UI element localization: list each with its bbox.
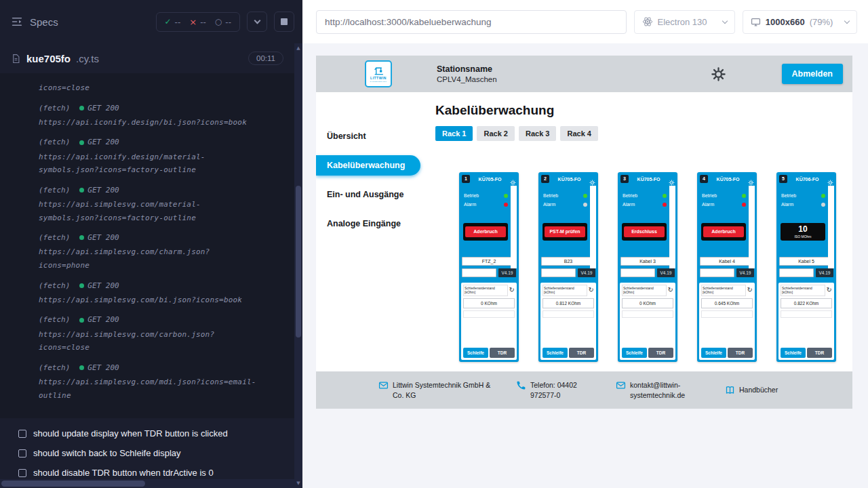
log-entry[interactable]: (fetch)GET 200 https://api.simplesvg.com… xyxy=(39,361,285,402)
alarm-led xyxy=(504,203,508,207)
footer-manuals[interactable]: Handbücher xyxy=(725,385,778,395)
refresh-icon[interactable]: ↻ xyxy=(668,287,673,293)
stop-button[interactable] xyxy=(274,12,294,32)
footer-email[interactable]: kontakt@littwin-systemtechnik.de xyxy=(616,380,710,399)
iso-value: 10 xyxy=(798,225,807,234)
log-url-line: https://api.iconify.design/material- xyxy=(39,150,285,164)
log-url-line: https://api.simplesvg.com/carbon.json? xyxy=(39,328,285,342)
status-box: Aderbruch xyxy=(701,223,746,241)
tdr-button[interactable]: TDR xyxy=(569,348,594,358)
scrollbar-thumb[interactable] xyxy=(1,481,145,487)
test-stats: ✓ -- × -- ○ -- xyxy=(156,12,240,32)
tab-rack-2[interactable]: Rack 2 xyxy=(477,126,514,141)
status-dot-icon xyxy=(79,235,84,240)
spec-header[interactable]: kue705fo.cy.ts 00:11 xyxy=(0,43,294,73)
card-settings-icon[interactable] xyxy=(669,176,675,182)
test-item[interactable]: should update display when TDR button is… xyxy=(0,424,294,443)
schleife-button[interactable]: Schleife xyxy=(542,348,568,358)
tab-rack-1[interactable]: Rack 1 xyxy=(435,126,473,141)
refresh-icon[interactable]: ↻ xyxy=(827,287,832,293)
log-entry[interactable]: (fetch)GET 200 https://api.simplesvg.com… xyxy=(39,313,285,354)
passed-count: -- xyxy=(175,17,181,27)
sidebar-item-uebersicht[interactable]: Übersicht xyxy=(316,126,420,146)
tab-rack-3[interactable]: Rack 3 xyxy=(519,126,556,141)
status-alert: Erdschluss xyxy=(624,226,665,237)
chevron-down-icon xyxy=(722,18,728,23)
logout-button[interactable]: Abmelden xyxy=(782,64,843,84)
log-entry[interactable]: (fetch)GET 200 https://api.iconify.desig… xyxy=(39,136,285,176)
phone-icon xyxy=(516,380,526,390)
specs-menu-icon[interactable] xyxy=(11,16,23,28)
log-entry[interactable]: (fetch)GET 200 https://api.simplesvg.com… xyxy=(39,279,285,307)
card-settings-icon[interactable] xyxy=(510,176,516,182)
log-url-line: symbols.json?icons=factory-outline xyxy=(39,163,285,177)
test-list: should update display when TDR button is… xyxy=(0,418,294,488)
vertical-scrollbar[interactable]: ▲ ▼ xyxy=(294,43,302,488)
refresh-icon[interactable]: ↻ xyxy=(589,287,594,293)
sidebar-item-analoge-eingaenge[interactable]: Analoge Eingänge xyxy=(316,214,420,234)
tdr-button[interactable]: TDR xyxy=(807,348,832,358)
log-prefix: (fetch) xyxy=(39,231,70,244)
device-card-3: 3 KÜ705-FO Betrieb Alarm Erdschluss Kabe… xyxy=(618,172,677,362)
loop-resistance-label: Schleifenwiderstand [kOhm] xyxy=(622,285,667,296)
status-dot-icon xyxy=(79,365,84,370)
log-url-line: https://api.simplesvg.com/material- xyxy=(39,198,285,211)
email-address: kontakt@littwin-systemtechnik.de xyxy=(630,380,710,399)
schleife-button[interactable]: Schleife xyxy=(781,348,806,358)
schleife-button[interactable]: Schleife xyxy=(701,348,726,358)
specs-label[interactable]: Specs xyxy=(30,16,58,28)
scroll-up-icon[interactable]: ▲ xyxy=(294,45,302,51)
viewport-icon xyxy=(751,17,761,27)
card-settings-icon[interactable] xyxy=(589,176,595,182)
betrieb-label: Betrieb xyxy=(623,193,637,198)
browser-name: Electron 130 xyxy=(658,17,707,27)
card-model: KÜ705-FO xyxy=(551,177,587,182)
device-card-5: 5 KÜ706-FO Betrieb Alarm 10 ISO MOhm xyxy=(776,172,836,362)
viewport-select[interactable]: 1000x660 (79%) xyxy=(743,10,857,34)
empty-field xyxy=(462,268,496,277)
log-prefix: (fetch) xyxy=(39,102,70,115)
betrieb-label: Betrieb xyxy=(464,193,479,198)
tdr-button[interactable]: TDR xyxy=(490,348,515,358)
log-entry[interactable]: icons=close xyxy=(39,81,285,95)
scrollbar-thumb[interactable] xyxy=(296,186,301,338)
spec-extension: .cy.ts xyxy=(76,53,99,64)
sidebar-item-ein-und-ausgaenge[interactable]: Ein- und Ausgänge xyxy=(316,184,420,205)
schleife-button[interactable]: Schleife xyxy=(463,348,488,358)
log-entry[interactable]: (fetch)GET 200 https://api.simplesvg.com… xyxy=(39,231,285,272)
empty-field xyxy=(622,310,673,318)
alarm-led xyxy=(663,203,667,207)
betrieb-led xyxy=(663,194,667,198)
scroll-down-icon[interactable]: ▼ xyxy=(294,481,302,486)
url-bar[interactable] xyxy=(316,10,627,34)
log-entry[interactable]: (fetch)GET 200 https://api.simplesvg.com… xyxy=(39,184,285,224)
refresh-icon[interactable]: ↻ xyxy=(747,287,753,293)
log-entry[interactable]: (fetch)GET 200 https://api.iconify.desig… xyxy=(39,102,285,129)
schleife-button[interactable]: Schleife xyxy=(622,348,647,358)
settings-gear-icon[interactable] xyxy=(711,66,726,82)
card-settings-icon[interactable] xyxy=(748,176,754,182)
browser-select[interactable]: Electron 130 xyxy=(634,10,735,34)
log-url-line: https://api.iconify.design/bi.json?icons… xyxy=(39,116,285,129)
alarm-label: Alarm xyxy=(781,202,793,207)
tab-rack-4[interactable]: Rack 4 xyxy=(560,126,597,141)
card-settings-icon[interactable] xyxy=(827,176,833,182)
tdr-button[interactable]: TDR xyxy=(728,348,753,358)
tdr-button[interactable]: TDR xyxy=(648,348,673,358)
log-prefix: (fetch) xyxy=(39,279,70,292)
cable-name-field: Kabel 5 xyxy=(779,257,833,266)
footer-phone[interactable]: Telefon: 04402 972577-0 xyxy=(516,380,601,399)
stat-passed: ✓ -- xyxy=(165,17,181,27)
station-name: CPLV4_Maschen xyxy=(437,75,497,83)
horizontal-scrollbar[interactable] xyxy=(0,479,294,488)
log-url-line: https://api.simplesvg.com/mdi.json?icons… xyxy=(39,375,285,389)
collapse-button[interactable] xyxy=(247,12,267,32)
empty-field xyxy=(701,310,753,318)
sidebar-item-kabelueberwachung[interactable]: Kabelüberwachung xyxy=(316,155,420,176)
empty-field xyxy=(700,268,734,277)
test-item[interactable]: should switch back to Schleife display xyxy=(0,443,294,463)
loop-value: 0 KOhm xyxy=(622,298,673,308)
refresh-icon[interactable]: ↻ xyxy=(509,287,515,293)
reporter: kue705fo.cy.ts 00:11 icons=close (fetch)… xyxy=(0,43,294,488)
log-prefix: (fetch) xyxy=(39,184,70,197)
